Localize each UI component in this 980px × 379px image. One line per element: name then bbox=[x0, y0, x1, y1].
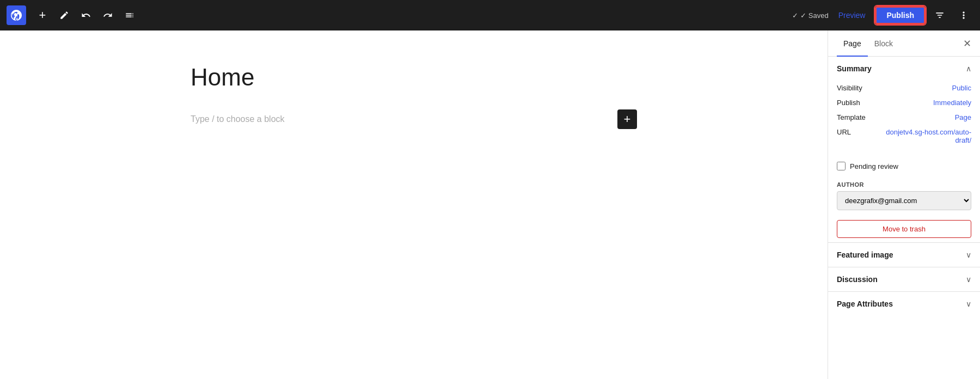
main-area: Type / to choose a block + Page Block ✕ … bbox=[0, 30, 980, 379]
author-select[interactable]: deezgrafix@gmail.com bbox=[837, 191, 971, 210]
template-value[interactable]: Page bbox=[955, 113, 971, 121]
summary-section-content: Visibility Public Publish Immediately Te… bbox=[828, 81, 980, 156]
pending-review-label: Pending review bbox=[850, 162, 898, 170]
editor-content: Type / to choose a block + bbox=[191, 63, 637, 133]
preview-button[interactable]: Preview bbox=[833, 8, 871, 23]
block-placeholder-row: Type / to choose a block + bbox=[191, 105, 637, 133]
page-attributes-chevron-icon: ∨ bbox=[966, 299, 971, 308]
move-to-trash-button[interactable]: Move to trash bbox=[837, 220, 971, 238]
url-label: URL bbox=[837, 128, 880, 136]
pending-review-row: Pending review bbox=[828, 156, 980, 176]
summary-chevron-icon: ∧ bbox=[966, 64, 971, 73]
featured-image-title: Featured image bbox=[837, 250, 893, 259]
visibility-row: Visibility Public bbox=[837, 81, 971, 95]
discussion-section[interactable]: Discussion ∨ bbox=[828, 267, 980, 292]
featured-image-chevron-icon: ∨ bbox=[966, 250, 971, 259]
sidebar-close-button[interactable]: ✕ bbox=[958, 35, 976, 52]
summary-section-title: Summary bbox=[837, 64, 872, 73]
list-view-button[interactable] bbox=[120, 5, 139, 25]
summary-section: Summary ∧ Visibility Public Publish Imme… bbox=[828, 57, 980, 243]
wp-logo[interactable] bbox=[7, 5, 26, 25]
publish-value[interactable]: Immediately bbox=[933, 99, 971, 107]
add-block-inline-button[interactable]: + bbox=[617, 109, 637, 129]
tab-page[interactable]: Page bbox=[837, 30, 868, 57]
more-options-button[interactable] bbox=[954, 5, 973, 25]
editor-area: Type / to choose a block + bbox=[0, 30, 828, 379]
discussion-title: Discussion bbox=[837, 275, 878, 284]
saved-status: ✓ ✓ Saved bbox=[792, 11, 828, 20]
sidebar: Page Block ✕ Summary ∧ Visibility Public bbox=[828, 30, 980, 379]
visibility-label: Visibility bbox=[837, 84, 880, 92]
author-section: AUTHOR deezgrafix@gmail.com bbox=[828, 176, 980, 216]
page-attributes-title: Page Attributes bbox=[837, 299, 893, 308]
edit-button[interactable] bbox=[54, 5, 74, 25]
discussion-chevron-icon: ∨ bbox=[966, 275, 971, 284]
url-value[interactable]: donjetv4.sg-host.com/auto-draft/ bbox=[880, 128, 971, 144]
author-label: AUTHOR bbox=[837, 181, 971, 188]
tab-block[interactable]: Block bbox=[868, 30, 899, 57]
add-block-button[interactable]: + bbox=[33, 5, 52, 25]
featured-image-section[interactable]: Featured image ∨ bbox=[828, 243, 980, 267]
redo-button[interactable] bbox=[98, 5, 118, 25]
settings-toggle-button[interactable] bbox=[930, 5, 950, 25]
template-row: Template Page bbox=[837, 110, 971, 125]
template-label: Template bbox=[837, 113, 880, 121]
page-attributes-section[interactable]: Page Attributes ∨ bbox=[828, 292, 980, 316]
visibility-value[interactable]: Public bbox=[952, 84, 971, 92]
block-placeholder-text: Type / to choose a block bbox=[191, 114, 285, 124]
page-title-input[interactable] bbox=[191, 63, 637, 92]
url-row: URL donjetv4.sg-host.com/auto-draft/ bbox=[837, 125, 971, 148]
publish-row: Publish Immediately bbox=[837, 95, 971, 110]
undo-button[interactable] bbox=[76, 5, 96, 25]
pending-review-checkbox[interactable] bbox=[837, 162, 846, 170]
publish-button[interactable]: Publish bbox=[875, 6, 926, 25]
summary-section-header[interactable]: Summary ∧ bbox=[828, 57, 980, 81]
publish-label: Publish bbox=[837, 99, 880, 107]
sidebar-tabs: Page Block ✕ bbox=[828, 30, 980, 57]
toolbar: + ✓ ✓ Saved Preview Publish bbox=[0, 0, 980, 30]
